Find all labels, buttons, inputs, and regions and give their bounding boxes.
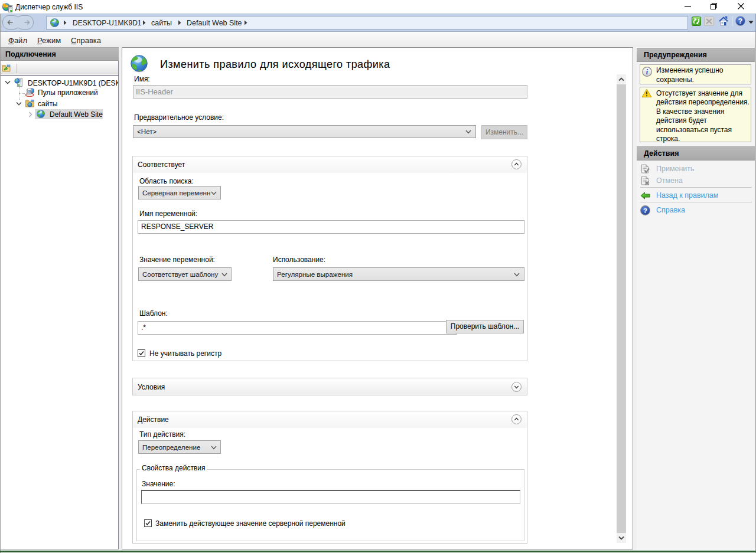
svg-text:?: ?	[738, 17, 742, 25]
svg-text:?: ?	[643, 207, 647, 214]
